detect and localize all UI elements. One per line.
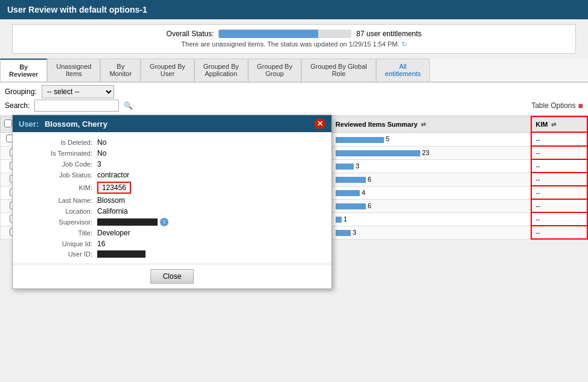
row-kim-cell: -- [531,186,587,199]
row-reviewed-items-cell: 3 [331,159,531,173]
bar [336,230,351,236]
tab-grouped-user[interactable]: Grouped ByUser [141,59,194,81]
modal-user-name: Blossom, Cherry [45,119,107,129]
controls-combined: Grouping: -- select -- Search: 🔍 Table O… [0,83,588,116]
title-bar: User Review with default options-1 [0,0,588,19]
modal-body: Is Deleted: No Is Terminated: No Job Cod… [13,132,331,264]
row-kim-cell: -- [531,132,587,146]
modal-field-is-deleted: Is Deleted: No [13,137,331,148]
page-wrapper: User Review with default options-1 Overa… [0,0,588,382]
is-deleted-value: No [97,138,106,147]
table-options-label: Table Options [531,101,575,110]
location-value: California [97,207,128,215]
row-kim-cell: -- [531,159,587,173]
search-label: Search: [5,101,30,110]
tab-grouped-group[interactable]: Grouped ByGroup [248,59,302,81]
row-kim-cell: -- [531,199,587,212]
modal-title: User: Blossom, Cherry [19,119,107,129]
bar [336,150,420,156]
status-section: Overall Status: 87 user entitlements The… [12,24,576,54]
modal-footer: Close [13,264,331,288]
th-kim[interactable]: KIM ⇄ [531,116,587,132]
bar [336,203,366,209]
location-label: Location: [19,208,97,215]
tab-all-entitlements[interactable]: Allentitlements [376,59,430,81]
reviewed-items-bar [336,137,384,143]
row-reviewed-items-cell: 23 [331,146,531,159]
supervisor-info-icon[interactable]: i [160,218,168,226]
select-all-checkbox[interactable] [4,119,12,127]
bar [336,164,354,170]
tabs-container: ByReviewer UnassignedItems ByMonitor Gro… [0,59,588,83]
tab-unassigned-items[interactable]: UnassignedItems [47,59,100,81]
modal-field-last-name: Last Name: Blossom [13,195,331,206]
search-icon[interactable]: 🔍 [124,101,133,110]
unique-id-value: 16 [97,240,105,248]
is-terminated-label: Is Terminated: [19,150,97,157]
modal-header: User: Blossom, Cherry ✕ [13,115,331,132]
tab-grouped-application[interactable]: Grouped ByApplication [194,59,248,81]
title-value: Developer [97,229,130,237]
modal-field-job-status: Job Status: contractor [13,170,331,180]
search-input[interactable] [34,100,119,112]
sort-reviewed-items-icon[interactable]: ⇄ [421,121,426,128]
page-title: User Review with default options-1 [7,5,147,14]
grouping-select[interactable]: -- select -- [42,85,114,98]
row-reviewed-items-cell: 3 [331,226,531,239]
unassigned-warning: There are unassigned items. [181,40,265,48]
kim-label: KIM: [19,184,97,191]
entitlements-text: 87 user entitlements [356,30,421,38]
bar [336,217,342,223]
modal-close-footer-button[interactable]: Close [150,269,194,284]
tab-by-reviewer[interactable]: ByReviewer [0,59,47,81]
row-kim-cell: -- [531,212,587,226]
last-name-label: Last Name: [19,197,97,204]
sort-kim-icon[interactable]: ⇄ [551,121,556,128]
bar [336,190,360,196]
modal-field-unique-id: Unique Id: 16 [13,238,331,249]
grouping-label: Grouping: [5,88,37,96]
title-label: Title: [19,229,97,237]
modal-field-kim: KIM: 123456 [13,180,331,195]
job-code-value: 3 [97,160,101,168]
bar [336,177,366,183]
modal-field-is-terminated: Is Terminated: No [13,148,331,159]
is-deleted-label: Is Deleted: [19,139,97,146]
row-reviewed-items-cell: 6 [331,199,531,212]
row-reviewed-items-cell: 6 [331,173,531,186]
kim-value: 123456 [97,182,131,194]
modal-field-title: Title: Developer [13,228,331,238]
overall-status-label: Overall Status: [167,30,214,38]
row-kim-cell: -- [531,173,587,186]
user-id-label: User ID: [19,250,97,258]
userid-redacted [97,250,145,258]
table-options-button[interactable]: Table Options ■ [531,101,583,110]
last-name-value: Blossom [97,196,125,205]
th-reviewed-items[interactable]: Reviewed Items Summary ⇄ [331,116,531,132]
progress-bar [219,30,351,38]
supervisor-label: Supervisor: [19,218,97,226]
job-code-label: Job Code: [19,161,97,168]
status-date: The status was updated on 1/29/15 1:54 P… [267,40,400,48]
row-kim-cell: -- [531,226,587,239]
user-detail-modal: User: Blossom, Cherry ✕ Is Deleted: No I… [12,115,332,289]
modal-field-job-code: Job Code: 3 [13,159,331,170]
supervisor-redacted [97,218,158,226]
row-reviewed-items-cell: 4 [331,186,531,199]
status-sub: There are unassigned items. The status w… [20,40,568,48]
row-reviewed-items-cell: 1 [331,212,531,226]
modal-field-user-id: User ID: [13,249,331,259]
modal-close-button[interactable]: ✕ [315,118,325,129]
job-status-value: contractor [97,171,129,179]
tab-grouped-global-role[interactable]: Grouped By GlobalRole [301,59,376,81]
row-kim-cell: -- [531,146,587,159]
modal-user-label: User: [19,119,39,129]
refresh-icon[interactable]: ↻ [401,40,407,48]
modal-field-location: Location: California [13,206,331,217]
is-terminated-value: No [97,149,106,158]
progress-bar-fill [219,30,318,38]
table-options-icon: ■ [578,101,583,110]
tab-by-monitor[interactable]: ByMonitor [100,59,141,81]
th-reviewed-items-label: Reviewed Items Summary [336,121,418,128]
reviewed-items-val: 5 [386,135,389,142]
